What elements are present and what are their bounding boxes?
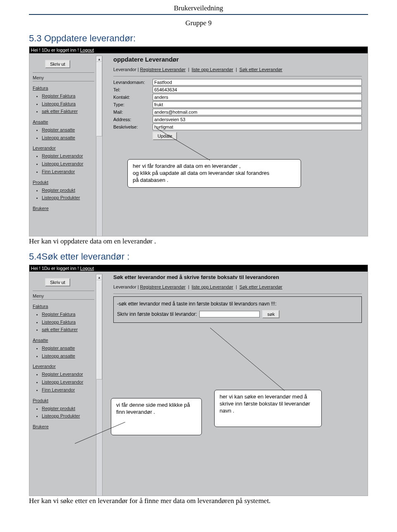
doc-group: Gruppe 9 (29, 19, 368, 27)
sidebar-section-brukere: Brukere (33, 424, 94, 429)
search-label: Skriv inn første bokstav til levrandor: (117, 311, 197, 317)
sidebar-item-listeopp-leverandor[interactable]: Listeopp Leverandor (42, 160, 94, 168)
page-title: oppdatere Leverandør (113, 56, 362, 63)
callout-update: her vi får forandre all data om en lever… (127, 159, 301, 188)
scroll-thumb[interactable] (96, 280, 102, 379)
sidebar-item-register-leverandor[interactable]: Register Leverandor (42, 152, 94, 160)
row-mail: Mail: (113, 109, 362, 115)
sidebar-item-register-ansatte[interactable]: Register ansatte (42, 126, 94, 134)
crumb-sep: | (138, 284, 139, 289)
greeting-text: Hei ! 1Du er logget inn ! (31, 48, 80, 52)
svg-line-1 (210, 328, 285, 391)
input-tel[interactable] (153, 86, 362, 93)
screenshot-53: Hei ! 1Du er logget inn ! Logout Skriv u… (29, 46, 368, 236)
sidebar: Skriv ut Meny Faktura Register Faktura L… (32, 56, 96, 214)
print-button[interactable]: Skriv ut (45, 278, 70, 286)
sidebar-item-register-faktura[interactable]: Register Faktura (42, 92, 94, 100)
page-title: Søk etter leverandor med å skrive første… (113, 274, 362, 280)
section-title-54: 5.4Søk etter leverandør : (29, 251, 368, 262)
search-input[interactable] (199, 311, 260, 317)
scroll-thumb[interactable] (96, 62, 102, 136)
sidebar-item-sok-fakturer[interactable]: søk etter Fakturer (42, 326, 94, 334)
input-beskrivelse[interactable] (153, 124, 362, 130)
sidebar-scrollbar[interactable]: ▲ (96, 56, 103, 236)
sidebar-item-register-faktura[interactable]: Register Faktura (42, 310, 94, 318)
breadcrumb: Leverandor|Registrere Leverandør | liste… (113, 67, 362, 72)
label-mail: Mail: (113, 110, 153, 115)
scroll-up-icon[interactable]: ▲ (96, 274, 102, 280)
sidebar: Skriv ut Meny Faktura Register Faktura L… (32, 274, 96, 432)
callout-connector-right (210, 328, 289, 392)
crumb-registrere[interactable]: Registrere Leverandør (140, 284, 186, 289)
sidebar-item-listeopp-ansatte[interactable]: Listeopp ansatte (42, 134, 94, 142)
crumb-sep: | (236, 284, 237, 289)
row-kontakt: Kontakt: (113, 94, 362, 100)
main-area: Søk etter leverandor med å skrive første… (103, 274, 365, 328)
label-type: Type: (113, 102, 153, 107)
sidebar-item-register-produkt[interactable]: Register produkt (42, 405, 94, 413)
crumb-sep: | (236, 67, 237, 72)
sidebar-item-register-leverandor[interactable]: Register Leverandor (42, 370, 94, 378)
sidebar-item-register-ansatte[interactable]: Register ansatte (42, 344, 94, 352)
logout-link[interactable]: Logout (80, 266, 94, 271)
sidebar-section-ansatte: Ansatte (33, 338, 94, 343)
breadcrumb: Leverandor|Registrere Leverandør | liste… (113, 284, 362, 289)
menu-heading: Meny (33, 293, 94, 298)
sidebar-section-leverandor: Leverandor (33, 364, 94, 369)
input-type[interactable] (153, 101, 362, 108)
sidebar-section-ansatte: Ansatte (33, 119, 94, 124)
sidebar-item-sok-fakturer[interactable]: søk etter Fakturer (42, 107, 94, 115)
crumb-sok[interactable]: Søk etter Leverandør (239, 284, 282, 289)
sidebar-item-register-produkt[interactable]: Register produkt (42, 186, 94, 194)
crumb-liste[interactable]: liste opp Leverandør (192, 67, 233, 72)
caption-53: Her kan vi oppdatere data om en leverand… (29, 237, 368, 246)
doc-title: Brukerveiledning (29, 4, 368, 12)
crumb-sep: | (188, 284, 189, 289)
logout-link[interactable]: Logout (80, 48, 94, 52)
topbar: Hei ! 1Du er logget inn ! Logout (29, 47, 368, 53)
sidebar-section-leverandor: Leverandor (33, 146, 94, 150)
sidebar-item-listeopp-faktura[interactable]: Listeopp Faktura (42, 100, 94, 108)
input-kontakt[interactable] (153, 94, 362, 100)
sidebar-item-listeopp-faktura[interactable]: Listeopp Faktura (42, 318, 94, 326)
crumb-sep: | (188, 67, 189, 72)
input-mail[interactable] (153, 109, 362, 115)
input-address[interactable] (153, 116, 362, 123)
search-hint: -søk etter levrandor med å taste inn før… (117, 301, 358, 307)
sidebar-section-produkt: Produkt (33, 180, 94, 185)
row-address: Address: (113, 116, 362, 123)
callout-right: her vi kan søke en leverandør med å skri… (214, 390, 322, 427)
update-button[interactable]: Update (153, 132, 177, 140)
sidebar-item-listeopp-produkter[interactable]: Listeopp Produkter (42, 412, 94, 420)
scroll-up-icon[interactable]: ▲ (96, 56, 102, 62)
sidebar-item-listeopp-ansatte[interactable]: Listeopp ansatte (42, 352, 94, 360)
main-area: oppdatere Leverandør Leverandor|Registre… (103, 56, 365, 143)
sidebar-item-finn-leverandor[interactable]: Finn Leverandor (42, 386, 94, 394)
input-levrandornavn[interactable] (153, 79, 362, 86)
sidebar-section-faktura: Faktura (33, 86, 94, 91)
sidebar-item-listeopp-leverandor[interactable]: Listeopp Leverandor (42, 378, 94, 386)
crumb-leverandor: Leverandor (113, 284, 136, 289)
label-tel: Tel: (113, 87, 153, 92)
crumb-leverandor: Leverandor (113, 67, 136, 72)
greeting-text: Hei ! 1Du er logget inn ! (31, 266, 80, 271)
search-panel: -søk etter levrandor med å taste inn før… (113, 296, 362, 323)
sidebar-scrollbar[interactable]: ▲ (96, 274, 103, 496)
screenshot-54: Hei ! 1Du er logget inn ! Logout Skriv u… (29, 265, 368, 496)
label-kontakt: Kontakt: (113, 95, 153, 100)
sidebar-section-produkt: Produkt (33, 398, 94, 403)
sidebar-item-finn-leverandor[interactable]: Finn Leverandor (42, 168, 94, 176)
hr-line (29, 14, 368, 15)
sidebar-item-listeopp-produkter[interactable]: Listeopp Produkter (42, 194, 94, 202)
crumb-registrere[interactable]: Registrere Leverandør (140, 67, 186, 72)
crumb-sok[interactable]: Søk etter Leverandør (239, 67, 282, 72)
label-levrandornavn: Levrandornavn: (113, 80, 153, 85)
label-address: Address: (113, 117, 153, 122)
topbar: Hei ! 1Du er logget inn ! Logout (29, 265, 368, 272)
crumb-liste[interactable]: liste opp Leverandør (192, 284, 233, 289)
crumb-sep: | (138, 67, 139, 72)
row-type: Type: (113, 101, 362, 108)
search-button[interactable]: søk (262, 310, 280, 318)
print-button[interactable]: Skriv ut (45, 60, 70, 68)
menu-heading: Meny (33, 75, 94, 80)
